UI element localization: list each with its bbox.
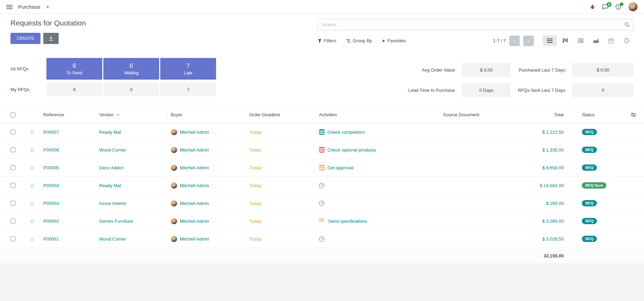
stat-label-purchased-last-7-days: Purchased Last 7 Days (518, 67, 565, 73)
pivot-view-button[interactable] (573, 35, 587, 46)
deadline-cell: Today (246, 201, 316, 206)
new-tab-plus-icon[interactable]: + (46, 4, 49, 10)
reference-cell: P00005 (40, 165, 96, 170)
total-cell: $ 8,658.00 (517, 165, 578, 170)
pager-next-button[interactable]: › (523, 36, 534, 46)
total-cell: $ 255.00 (517, 201, 578, 206)
header-buyer[interactable]: Buyer (167, 112, 246, 117)
header-total[interactable]: Total (517, 112, 578, 117)
table-row[interactable]: ☆ P00007 Ready Mat Mitchell Admin Today … (0, 123, 644, 141)
table-body: ☆ P00007 Ready Mat Mitchell Admin Today … (0, 123, 644, 248)
favorite-star-icon[interactable]: ☆ (29, 129, 35, 135)
messages-icon[interactable]: 5 (602, 4, 608, 10)
header-source-document[interactable]: Source Document (439, 112, 517, 117)
header-reference[interactable]: Reference (40, 112, 96, 117)
row-checkbox[interactable] (10, 201, 15, 206)
activity-cell[interactable]: Send specifications (316, 218, 439, 224)
activity-cell[interactable]: Check optional products (316, 147, 439, 153)
calendar-view-icon (609, 38, 614, 43)
activities-badge-dot (620, 2, 623, 6)
activity-type-icon (319, 129, 325, 135)
optional-columns-icon[interactable] (627, 112, 644, 117)
header-order-deadline[interactable]: Order Deadline (246, 112, 316, 117)
table-row[interactable]: ☆ P00004 Ready Mat Mitchell Admin Today … (0, 177, 644, 194)
export-button[interactable] (43, 33, 59, 44)
row-checkbox[interactable] (10, 183, 15, 188)
stat-value-purchased-last-7-days[interactable]: $ 0.00 (572, 63, 634, 77)
table-footer-row: 32,155.00 (0, 248, 644, 264)
tile-my-waiting[interactable]: 0 (103, 82, 159, 96)
buyer-name: Mitchell Admin (180, 183, 209, 188)
row-checkbox[interactable] (10, 165, 15, 170)
tile-my-to-send[interactable]: 6 (46, 82, 102, 96)
buyer-name: Mitchell Admin (180, 165, 209, 170)
total-cell: $ 3,095.00 (517, 219, 578, 224)
user-avatar[interactable] (628, 2, 638, 12)
table-row[interactable]: ☆ P00006 Wood Corner Mitchell Admin Toda… (0, 141, 644, 159)
favorite-star-icon[interactable]: ☆ (29, 165, 35, 171)
app-title[interactable]: Purchase (18, 4, 40, 10)
favorite-star-icon[interactable]: ☆ (29, 236, 35, 242)
pager-range: 1-7 / 7 (493, 38, 506, 43)
all-rfqs-label[interactable]: All RFQs (10, 66, 45, 72)
header-vendor[interactable]: Vendor (96, 112, 167, 117)
activity-cell[interactable] (316, 201, 439, 206)
table-row[interactable]: ☆ P00005 Deco Addict Mitchell Admin Toda… (0, 159, 644, 177)
graph-view-button[interactable] (589, 35, 603, 46)
select-all-checkbox[interactable] (10, 112, 15, 117)
tile-waiting[interactable]: 0 Waiting (103, 58, 159, 80)
filters-button[interactable]: Filters (318, 38, 336, 43)
search-input[interactable] (318, 19, 624, 30)
activities-clock-icon[interactable] (615, 4, 621, 10)
activity-type-icon (319, 183, 324, 188)
buyer-name: Mitchell Admin (180, 201, 209, 206)
activity-cell[interactable]: Check competitors (316, 129, 439, 135)
deadline-cell: Today (246, 236, 316, 242)
stat-value-lead-time[interactable]: 0 Days (462, 83, 511, 97)
table-row[interactable]: ☆ P00002 Gemini Furniture Mitchell Admin… (0, 212, 644, 230)
messages-badge: 5 (607, 2, 612, 7)
row-checkbox[interactable] (10, 130, 15, 134)
activity-cell[interactable]: Get approval (316, 165, 439, 170)
search-icon[interactable] (624, 22, 630, 27)
sort-chevron-down-icon (116, 112, 120, 116)
header-status[interactable]: Status (578, 112, 627, 117)
group-by-button[interactable]: Group By (346, 38, 372, 43)
list-view-button[interactable] (543, 35, 557, 46)
favorite-star-icon[interactable]: ☆ (29, 218, 35, 224)
row-checkbox[interactable] (10, 147, 15, 152)
activity-view-icon (624, 38, 629, 43)
tile-late[interactable]: 7 Late (160, 58, 216, 80)
activity-view-button[interactable] (620, 35, 634, 46)
tile-to-send[interactable]: 6 To Send (46, 58, 102, 80)
table-row[interactable]: ☆ P00001 Wood Corner Mitchell Admin Toda… (0, 230, 644, 248)
favorite-star-icon[interactable]: ☆ (29, 183, 35, 189)
apps-menu-icon[interactable] (6, 5, 13, 9)
favorites-button[interactable]: ★ Favorites (382, 38, 406, 43)
debug-bug-icon[interactable] (590, 4, 595, 9)
header-activities[interactable]: Activities (316, 112, 439, 117)
favorite-star-icon[interactable]: ☆ (29, 147, 35, 153)
buyer-name: Mitchell Admin (180, 147, 209, 153)
pager-previous-button[interactable]: ‹ (509, 36, 520, 46)
status-badge: RFQ (582, 164, 597, 171)
tile-my-late[interactable]: 7 (160, 82, 216, 96)
activity-cell[interactable] (316, 236, 439, 242)
stat-value-rfqs-sent-last-7-days[interactable]: 0 (572, 83, 634, 97)
activity-type-icon (319, 201, 324, 206)
my-rfqs-label[interactable]: My RFQs (10, 87, 45, 92)
table-header-row: Reference Vendor Buyer Order Deadline Ac… (0, 106, 644, 123)
row-checkbox[interactable] (10, 219, 15, 223)
table-row[interactable]: ☆ P00003 Azure Interior Mitchell Admin T… (0, 194, 644, 212)
activity-cell[interactable] (316, 183, 439, 188)
row-checkbox[interactable] (10, 236, 15, 241)
reference-cell: P00003 (40, 201, 96, 206)
group-by-icon (346, 39, 350, 43)
calendar-view-button[interactable] (604, 35, 618, 46)
create-button[interactable]: CREATE (10, 33, 40, 44)
favorite-star-icon[interactable]: ☆ (29, 200, 35, 206)
kanban-view-button[interactable] (558, 35, 572, 46)
stat-label-avg-order-value: Avg Order Value (408, 67, 455, 73)
stat-value-avg-order-value[interactable]: $ 0.00 (462, 63, 511, 77)
grand-total: 32,155.00 (517, 253, 578, 258)
